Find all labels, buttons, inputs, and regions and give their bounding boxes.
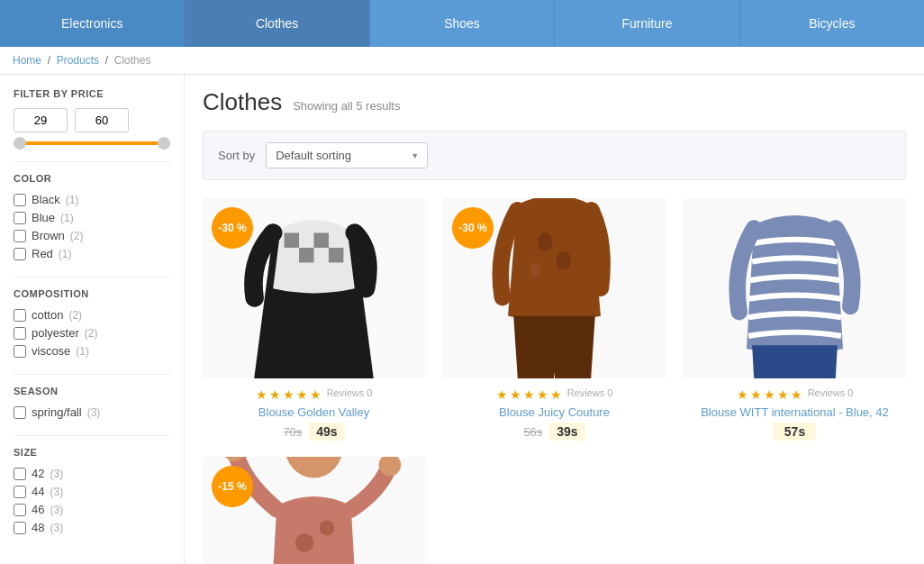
season-filter-section: SEASON spring/fall (3)	[14, 386, 170, 419]
composition-filter-viscose[interactable]: viscose (1)	[14, 344, 170, 358]
color-filter-section: COLOR Black (1) Blue (1) Brown (2) Red (…	[14, 173, 170, 260]
composition-label: COMPOSITION	[14, 288, 170, 299]
svg-point-11	[557, 251, 571, 270]
nav-item-bicycles[interactable]: Bicycles	[740, 0, 924, 47]
composition-name: polyester	[32, 326, 79, 340]
price-min-input[interactable]	[14, 108, 68, 132]
star-icon: ★	[791, 387, 802, 402]
size-count: (3)	[50, 504, 63, 516]
size-checkbox-44[interactable]	[14, 486, 26, 498]
season-filter-spring-fall[interactable]: spring/fall (3)	[14, 405, 170, 419]
product-image[interactable]: -30 %	[443, 198, 666, 378]
svg-rect-3	[299, 248, 313, 262]
color-count: (1)	[59, 248, 72, 260]
composition-filter-polyester[interactable]: polyester (2)	[14, 326, 170, 340]
product-name[interactable]: Blouse Golden Valley	[203, 405, 425, 419]
size-filter-46[interactable]: 46 (3)	[14, 503, 170, 516]
reviews-text: Reviews 0	[327, 387, 373, 402]
product-name[interactable]: Blouse WITT international - Blue, 42	[684, 405, 906, 419]
composition-filter-cotton[interactable]: cotton (2)	[14, 308, 170, 322]
season-checkbox[interactable]	[14, 406, 26, 419]
product-card: ★★★★★ Reviews 0 Blouse WITT internationa…	[684, 198, 906, 439]
main-content: Clothes Showing all 5 results Sort by De…	[185, 75, 924, 564]
product-image[interactable]	[684, 198, 906, 378]
size-count: (3)	[50, 468, 63, 480]
price-slider-thumb-left[interactable]	[14, 137, 26, 150]
color-filter-red[interactable]: Red (1)	[14, 247, 170, 260]
nav-item-shoes[interactable]: Shoes	[370, 0, 555, 47]
price-slider-track[interactable]	[14, 141, 170, 145]
svg-point-19	[295, 534, 314, 553]
star-icon: ★	[296, 387, 308, 402]
size-name: 46	[32, 503, 44, 516]
composition-checkbox-cotton[interactable]	[14, 309, 26, 322]
reviews-text: Reviews 0	[567, 387, 613, 402]
color-count: (1)	[66, 194, 79, 206]
discount-badge: -30 %	[452, 207, 494, 249]
filter-by-price-section: FILTER BY PRICE	[14, 88, 170, 145]
color-filter-brown[interactable]: Brown (2)	[14, 229, 170, 242]
composition-name: cotton	[32, 308, 63, 322]
discount-badge: -30 %	[212, 207, 253, 249]
size-filter-48[interactable]: 48 (3)	[14, 521, 170, 534]
sort-select[interactable]: Default sorting Price: Low to High Price…	[266, 142, 428, 168]
size-label: SIZE	[14, 447, 170, 458]
product-price: 57s	[684, 424, 906, 439]
results-count: Showing all 5 results	[293, 99, 400, 113]
sort-bar: Sort by Default sorting Price: Low to Hi…	[203, 131, 906, 180]
composition-checkbox-viscose[interactable]	[14, 345, 26, 358]
reviews-text: Reviews 0	[808, 387, 854, 402]
page-header: Clothes Showing all 5 results	[203, 88, 906, 116]
season-count: (3)	[87, 406, 101, 419]
size-count: (3)	[50, 486, 63, 498]
color-checkbox-red[interactable]	[14, 248, 26, 260]
season-name: spring/fall	[32, 405, 82, 419]
composition-name: viscose	[32, 344, 70, 358]
size-checkbox-46[interactable]	[14, 504, 26, 516]
size-checkbox-42[interactable]	[14, 468, 26, 480]
size-filter-44[interactable]: 44 (3)	[14, 485, 170, 498]
nav-item-electronics[interactable]: Electronics	[0, 0, 185, 47]
size-count: (3)	[50, 522, 63, 534]
star-icon: ★	[537, 387, 548, 402]
color-name: Black	[32, 193, 60, 206]
breadcrumb-home[interactable]: Home	[13, 54, 41, 67]
product-price: 70s 49s	[203, 424, 425, 439]
color-filter-black[interactable]: Black (1)	[14, 193, 170, 206]
color-checkbox-brown[interactable]	[14, 230, 26, 242]
price-new: 49s	[309, 423, 344, 441]
composition-count: (2)	[85, 327, 98, 340]
product-image[interactable]: -15 %	[203, 457, 425, 564]
breadcrumb-products[interactable]: Products	[57, 54, 99, 67]
product-card: -15 % ★★★★★ Reviews 0 Blouse Fourth Item…	[203, 457, 425, 564]
product-image[interactable]: -30 %	[203, 198, 425, 378]
svg-rect-2	[285, 232, 299, 247]
star-rating: ★★★★★ Reviews 0	[443, 387, 666, 402]
color-checkbox-blue[interactable]	[14, 212, 26, 224]
color-count: (1)	[60, 212, 74, 224]
breadcrumb: Home / Products / Clothes	[0, 47, 924, 75]
nav-item-clothes[interactable]: Clothes	[185, 0, 369, 47]
color-checkbox-black[interactable]	[14, 194, 26, 206]
price-slider-fill	[14, 141, 170, 145]
star-rating: ★★★★★ Reviews 0	[203, 387, 425, 402]
color-filter-blue[interactable]: Blue (1)	[14, 211, 170, 224]
product-price: 56s 39s	[443, 424, 666, 439]
price-new: 39s	[549, 423, 584, 441]
svg-point-12	[530, 262, 541, 277]
size-checkbox-48[interactable]	[14, 522, 26, 534]
size-filter-42[interactable]: 42 (3)	[14, 467, 170, 480]
color-name: Brown	[32, 229, 65, 242]
composition-checkbox-polyester[interactable]	[14, 327, 26, 340]
color-label: COLOR	[14, 173, 170, 184]
price-slider-thumb-right[interactable]	[158, 137, 170, 150]
nav-item-furniture[interactable]: Furniture	[555, 0, 739, 47]
sidebar: FILTER BY PRICE COLOR Black (1) Blue (1)…	[0, 75, 185, 564]
star-icon: ★	[510, 387, 521, 402]
star-rating: ★★★★★ Reviews 0	[684, 387, 906, 402]
svg-rect-4	[314, 232, 329, 247]
product-name[interactable]: Blouse Juicy Couture	[443, 405, 666, 419]
star-icon: ★	[523, 387, 535, 402]
price-max-input[interactable]	[75, 108, 129, 132]
product-card: -30 % ★★★★★ Reviews 0 Blouse Juicy Coutu…	[443, 198, 666, 439]
